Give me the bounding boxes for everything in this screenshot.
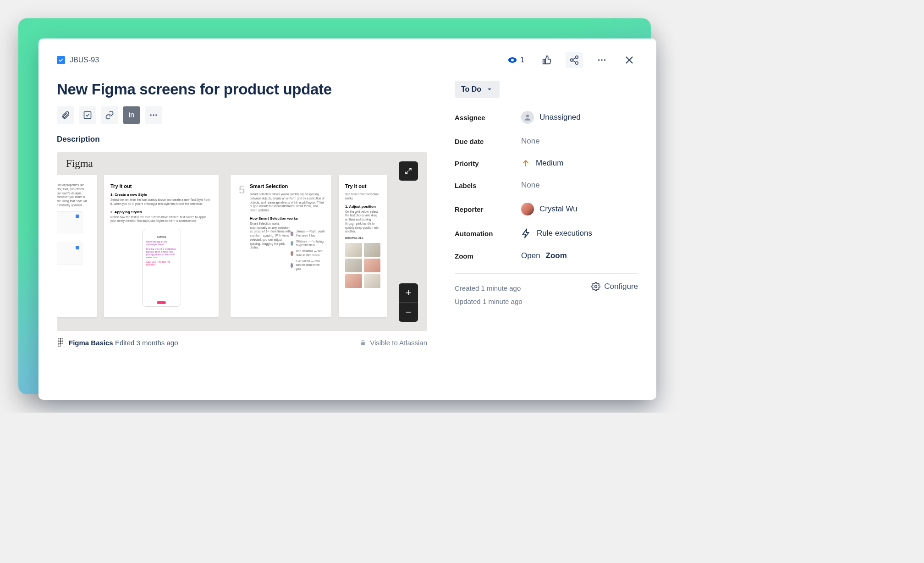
field-reporter[interactable]: Reporter Crystal Wu	[455, 203, 638, 215]
status-value: To Do	[461, 85, 481, 94]
reporter-avatar	[521, 203, 534, 215]
issue-type-icon	[57, 56, 65, 64]
watch-button[interactable]: 1	[504, 52, 528, 68]
close-button[interactable]	[621, 52, 638, 68]
svg-point-9	[150, 114, 152, 116]
zoom-out-button[interactable]: −	[399, 303, 418, 322]
preview-file-name[interactable]: Figma Basics	[69, 339, 113, 347]
modal-header: JBUS-93 1	[57, 52, 638, 68]
svg-point-5	[598, 59, 600, 61]
field-automation[interactable]: Automation Rule executions	[455, 228, 638, 238]
gear-icon	[591, 282, 600, 291]
svg-point-11	[155, 114, 157, 116]
status-dropdown[interactable]: To Do	[455, 81, 500, 98]
field-priority[interactable]: Priority Medium	[455, 159, 638, 168]
issue-key[interactable]: JBUS-93	[70, 56, 99, 64]
figma-logo: Figma	[66, 158, 93, 170]
svg-rect-13	[361, 342, 365, 345]
link-icon	[105, 110, 114, 120]
invision-icon: in	[129, 111, 134, 119]
unassigned-avatar-icon	[521, 111, 534, 124]
description-label: Description	[57, 135, 427, 144]
svg-point-14	[526, 115, 529, 117]
created-date: Created 1 minute ago	[455, 282, 522, 295]
zoom-controls: + −	[399, 283, 418, 322]
figma-canvas: a set of properties like color, font, an…	[57, 175, 427, 331]
like-button[interactable]	[538, 52, 556, 68]
figma-frame: Try it out 1. Create a new Style Select …	[104, 175, 219, 317]
figma-frame: Try it out See how Smart Selection works…	[339, 175, 387, 317]
close-icon	[624, 55, 634, 65]
svg-point-3	[571, 59, 573, 61]
svg-rect-8	[84, 112, 91, 119]
figma-preview[interactable]: Figma a set of properties like color, fo…	[57, 152, 427, 331]
lock-icon	[360, 339, 366, 346]
preview-edited: Edited 3 months ago	[115, 339, 178, 347]
expand-preview-button[interactable]	[399, 161, 418, 181]
configure-button[interactable]: Configure	[591, 282, 638, 291]
link-issue-button[interactable]	[101, 106, 118, 124]
share-button[interactable]	[566, 52, 583, 68]
paperclip-icon	[61, 110, 70, 120]
field-assignee[interactable]: Assignee Unassigned	[455, 111, 638, 124]
chevron-down-icon	[486, 86, 493, 93]
expand-icon	[404, 167, 412, 175]
preview-visibility: Visible to Atlassian	[370, 339, 427, 347]
issue-modal: JBUS-93 1	[38, 39, 656, 400]
figma-frame: 5 Smart Selection Smart Selection allows…	[231, 175, 331, 317]
more-icon	[597, 55, 607, 65]
header-actions: 1	[504, 52, 638, 68]
checklist-icon	[83, 110, 92, 120]
svg-point-7	[604, 59, 606, 61]
meta-footer: Created 1 minute ago Updated 1 minute ag…	[455, 273, 638, 308]
svg-point-4	[576, 62, 578, 65]
field-labels[interactable]: Labels None	[455, 181, 638, 190]
svg-point-10	[153, 114, 154, 116]
more-icon	[149, 110, 158, 120]
attach-button[interactable]	[57, 106, 74, 124]
thumbs-up-icon	[542, 55, 552, 65]
svg-point-2	[576, 56, 578, 59]
svg-point-6	[601, 59, 603, 61]
share-icon	[569, 55, 579, 65]
add-child-button[interactable]	[79, 106, 96, 124]
more-actions-button[interactable]	[593, 52, 610, 68]
svg-point-15	[595, 286, 597, 288]
bolt-icon	[521, 228, 531, 238]
zoom-in-button[interactable]: +	[399, 283, 418, 303]
priority-medium-icon	[521, 159, 530, 168]
watch-count: 1	[520, 56, 524, 64]
invision-button[interactable]: in	[123, 106, 140, 124]
field-zoom[interactable]: Zoom Open Zoom	[455, 251, 638, 260]
eye-icon	[507, 55, 517, 65]
content-toolbar: in	[57, 106, 427, 124]
svg-point-1	[511, 59, 514, 61]
issue-title[interactable]: New Figma screens for product update	[57, 81, 427, 98]
figma-icon	[57, 337, 64, 348]
preview-meta: Figma Basics Edited 3 months ago Visible…	[57, 337, 427, 348]
figma-frame: a set of properties like color, font, an…	[57, 175, 97, 317]
updated-date: Updated 1 minute ago	[455, 295, 522, 309]
field-due-date[interactable]: Due date None	[455, 137, 638, 146]
toolbar-more-button[interactable]	[145, 106, 162, 124]
breadcrumb[interactable]: JBUS-93	[57, 56, 99, 64]
